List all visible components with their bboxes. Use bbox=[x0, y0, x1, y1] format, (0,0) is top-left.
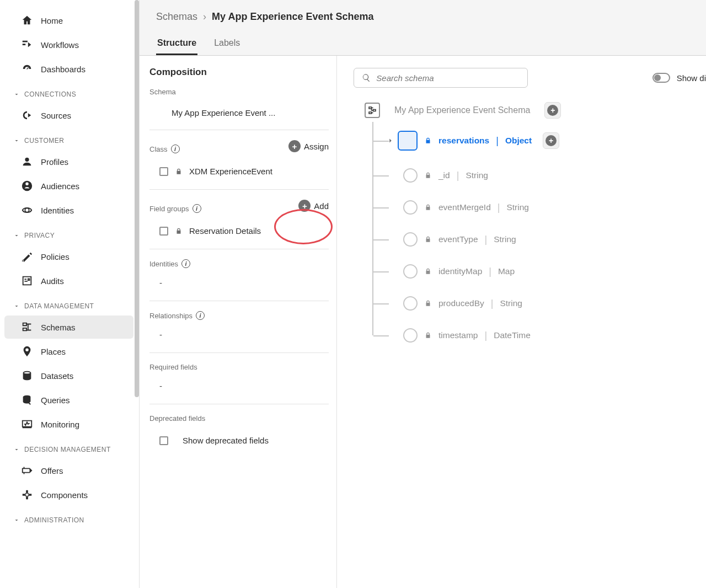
relationships-empty: - bbox=[149, 324, 329, 348]
field-type: String bbox=[506, 202, 529, 212]
schema-tree: My App Experience Event Schema + reserva… bbox=[354, 102, 706, 351]
section-administration[interactable]: ADMINISTRATION bbox=[0, 507, 139, 528]
tab-structure[interactable]: Structure bbox=[156, 33, 197, 55]
nav-dashboards[interactable]: Dashboards bbox=[4, 57, 133, 81]
nav-label: Audiences bbox=[41, 181, 79, 191]
separator: | bbox=[457, 170, 459, 181]
nav-monitoring[interactable]: Monitoring bbox=[4, 413, 133, 436]
tab-labels[interactable]: Labels bbox=[213, 33, 241, 55]
field-eventmergeid[interactable]: eventMergeId | String bbox=[372, 191, 706, 223]
field-timestamp[interactable]: timestamp | DateTime bbox=[372, 319, 706, 351]
field-id[interactable]: _id | String bbox=[372, 159, 706, 191]
field-icon bbox=[403, 232, 418, 247]
nav-audiences[interactable]: Audiences bbox=[4, 174, 133, 197]
required-empty: - bbox=[149, 376, 329, 399]
info-icon[interactable]: i bbox=[181, 259, 190, 268]
components-icon bbox=[21, 489, 33, 501]
chevron-right-icon[interactable] bbox=[387, 137, 394, 145]
audits-icon bbox=[21, 275, 33, 287]
deprecated-fields-label: Deprecated fields bbox=[149, 414, 329, 423]
audiences-icon bbox=[21, 180, 33, 192]
lock-icon bbox=[175, 168, 183, 175]
section-data-management[interactable]: DATA MANAGEMENT bbox=[0, 293, 139, 314]
field-reservations[interactable]: reservations | Object + bbox=[372, 122, 706, 159]
info-icon[interactable]: i bbox=[192, 204, 201, 213]
lock-icon bbox=[424, 204, 432, 211]
separator: | bbox=[498, 202, 500, 213]
checkbox[interactable] bbox=[159, 167, 168, 176]
divider bbox=[149, 189, 329, 190]
nav-profiles[interactable]: Profiles bbox=[4, 150, 133, 173]
section-privacy[interactable]: PRIVACY bbox=[0, 223, 139, 244]
nav-components[interactable]: Components bbox=[4, 483, 133, 506]
schema-name[interactable]: My App Experience Event ... bbox=[149, 100, 329, 125]
root-name: My App Experience Event Schema bbox=[394, 105, 530, 115]
nav-label: Workflows bbox=[41, 40, 79, 50]
field-identitymap[interactable]: identityMap | Map bbox=[372, 255, 706, 287]
nav-schemas[interactable]: Schemas bbox=[4, 316, 133, 339]
nav-workflows[interactable]: Workflows bbox=[4, 33, 133, 56]
divider bbox=[149, 352, 329, 353]
lock-icon bbox=[424, 268, 432, 275]
add-field-button[interactable]: + bbox=[544, 102, 561, 119]
field-type: String bbox=[466, 170, 488, 180]
assign-button[interactable]: + Assign bbox=[288, 140, 329, 152]
nav-places[interactable]: Places bbox=[4, 340, 133, 363]
identities-label: Identities i bbox=[149, 259, 329, 268]
field-type: String bbox=[500, 298, 522, 308]
show-display-toggle-row: Show di bbox=[652, 73, 706, 83]
nav-audits[interactable]: Audits bbox=[4, 269, 133, 292]
nav-label: Audits bbox=[41, 276, 64, 286]
add-child-field-button[interactable]: + bbox=[543, 132, 559, 149]
search-input[interactable] bbox=[376, 73, 520, 83]
toggle[interactable] bbox=[652, 73, 670, 83]
breadcrumb-separator: › bbox=[203, 11, 206, 23]
content: Composition Schema My App Experience Eve… bbox=[140, 56, 706, 588]
chevron-down-icon bbox=[13, 137, 20, 144]
workflows-icon bbox=[21, 39, 33, 51]
section-decision-management[interactable]: DECISION MANAGEMENT bbox=[0, 437, 139, 458]
section-connections[interactable]: CONNECTIONS bbox=[0, 82, 139, 103]
info-icon[interactable]: i bbox=[171, 145, 180, 153]
checkbox[interactable] bbox=[159, 227, 168, 236]
field-eventtype[interactable]: eventType | String bbox=[372, 223, 706, 255]
lock-icon bbox=[424, 137, 432, 145]
info-icon[interactable]: i bbox=[196, 311, 205, 320]
plus-icon: + bbox=[545, 135, 557, 146]
nav-sources[interactable]: Sources bbox=[4, 104, 133, 127]
identities-empty: - bbox=[149, 272, 329, 296]
policies-icon bbox=[21, 250, 33, 263]
separator: | bbox=[489, 266, 491, 277]
nav-label: Profiles bbox=[41, 157, 68, 167]
identities-icon bbox=[21, 204, 33, 216]
nav-datasets[interactable]: Datasets bbox=[4, 364, 133, 387]
class-item[interactable]: XDM ExperienceEvent bbox=[149, 158, 329, 185]
nav-home[interactable]: Home bbox=[4, 9, 133, 32]
sources-icon bbox=[21, 109, 33, 121]
breadcrumb-root[interactable]: Schemas bbox=[156, 11, 197, 23]
section-customer[interactable]: CUSTOMER bbox=[0, 128, 139, 149]
schema-label: Schema bbox=[149, 88, 329, 96]
field-producedby[interactable]: producedBy | String bbox=[372, 287, 706, 319]
field-type: Object bbox=[505, 136, 532, 146]
nav-label: Queries bbox=[41, 395, 70, 405]
field-icon bbox=[403, 200, 418, 215]
show-deprecated-row[interactable]: Show deprecated fields bbox=[149, 427, 329, 454]
class-label: Class i bbox=[149, 145, 180, 153]
divider bbox=[149, 130, 329, 130]
nav-identities[interactable]: Identities bbox=[4, 199, 133, 222]
tree-root[interactable]: My App Experience Event Schema + bbox=[365, 102, 706, 119]
lock-icon bbox=[424, 332, 432, 339]
nav-policies[interactable]: Policies bbox=[4, 245, 133, 268]
toggle-label: Show di bbox=[677, 73, 706, 83]
nav-queries[interactable]: Queries bbox=[4, 388, 133, 411]
lock-icon bbox=[175, 227, 183, 235]
search-schema[interactable] bbox=[354, 68, 528, 88]
checkbox[interactable] bbox=[159, 436, 168, 445]
composition-panel: Composition Schema My App Experience Eve… bbox=[140, 56, 337, 588]
fieldgroup-item[interactable]: Reservation Details bbox=[149, 217, 329, 244]
places-icon bbox=[21, 345, 33, 357]
add-fieldgroup-button[interactable]: + Add bbox=[298, 200, 329, 212]
sidebar: Home Workflows Dashboards CONNECTIONS So… bbox=[0, 0, 140, 588]
nav-offers[interactable]: Offers bbox=[4, 459, 133, 482]
